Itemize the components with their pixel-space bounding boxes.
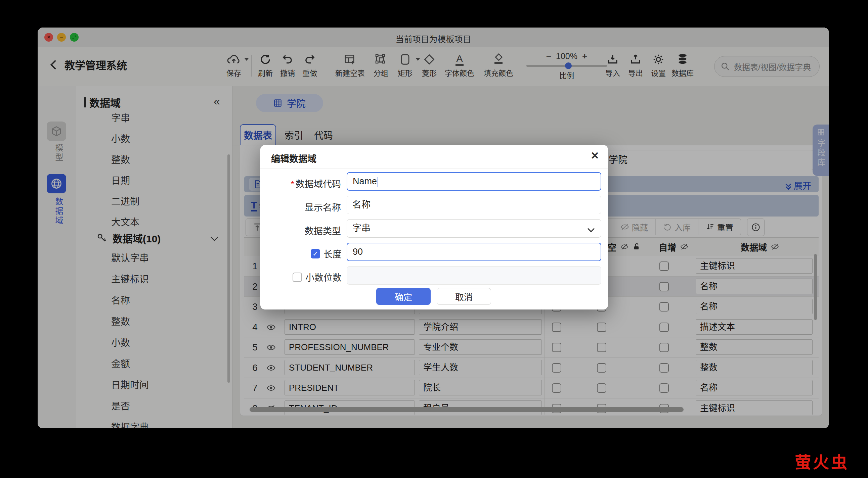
data-type-label: 数据类型 [274, 224, 341, 237]
decimal-digits-label: 小数位数 [305, 271, 342, 284]
domain-code-label: *数据域代码 [274, 177, 341, 190]
required-asterisk: * [290, 179, 294, 189]
display-name-input[interactable]: 名称 [347, 196, 601, 214]
modal-divider [260, 169, 608, 169]
length-checkbox-row: ✓ 长度 [311, 247, 342, 260]
text-cursor [378, 177, 378, 187]
length-input[interactable]: 90 [347, 243, 601, 261]
length-label: 长度 [323, 247, 342, 260]
close-icon[interactable]: × [591, 148, 598, 163]
decimal-digits-checkbox[interactable] [292, 273, 302, 282]
cancel-button[interactable]: 取消 [437, 288, 491, 305]
display-name-label: 显示名称 [274, 200, 341, 213]
decimal-checkbox-row: 小数位数 [292, 271, 342, 284]
chevron-down-icon [588, 225, 595, 232]
edit-domain-modal: 编辑数据域 × *数据域代码 Name 显示名称 名称 数据类型 字串 ✓ 长度… [260, 145, 608, 309]
decimal-digits-input[interactable] [347, 266, 601, 285]
watermark: 萤火虫 [795, 449, 849, 473]
app-window: × − 当前项目为模板项目 教学管理系统 保存 刷新 [38, 28, 829, 428]
modal-title: 编辑数据域 [271, 152, 316, 165]
domain-code-input[interactable]: Name [347, 172, 601, 191]
data-type-select[interactable]: 字串 [347, 219, 601, 238]
length-checkbox[interactable]: ✓ [311, 249, 320, 259]
confirm-button[interactable]: 确定 [376, 288, 431, 305]
